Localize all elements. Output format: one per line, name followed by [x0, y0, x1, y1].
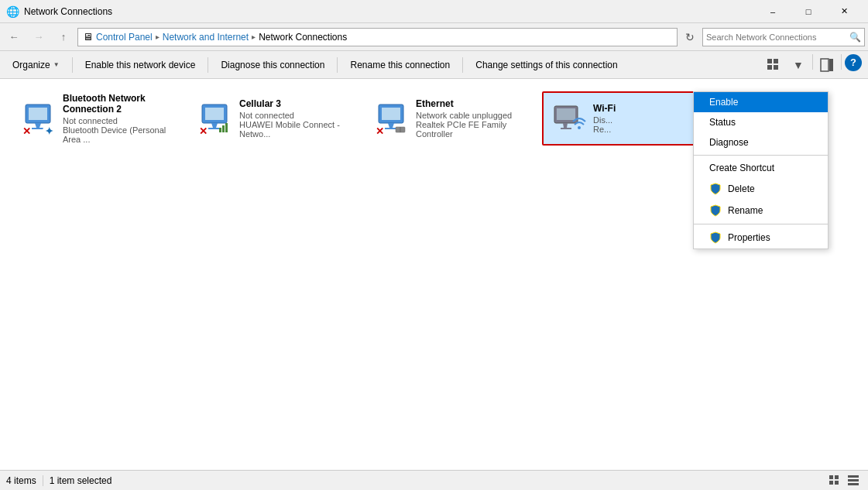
list-item[interactable]: Wi-Fi Dis... Re... — [542, 91, 712, 146]
item-count: 4 items — [6, 475, 36, 486]
context-menu-properties[interactable]: Properties — [694, 227, 828, 248]
folder-icon: 🖥 — [83, 31, 93, 43]
list-item[interactable]: ✕ Ethernet Network cable unplugged Realt… — [365, 91, 536, 146]
connection-info: Ethernet Network cable unplugged Realtek… — [416, 98, 529, 139]
organize-dropdown-icon: ▼ — [53, 61, 60, 68]
bottom-view-btn-1[interactable] — [826, 472, 843, 489]
breadcrumb-control-panel[interactable]: Control Panel — [96, 32, 153, 43]
svg-rect-4 — [821, 59, 829, 71]
view-options-button[interactable] — [763, 54, 784, 76]
svg-text:✕: ✕ — [376, 125, 384, 137]
svg-rect-1 — [774, 59, 778, 63]
close-button[interactable]: ✕ — [826, 0, 862, 23]
toolbar-sep-5 — [812, 54, 813, 70]
svg-rect-5 — [829, 59, 833, 71]
context-menu-delete[interactable]: Delete — [694, 178, 828, 200]
svg-marker-25 — [388, 123, 394, 128]
list-item[interactable]: ✕ Cellular 3 Not connected HUAWEI Mobile… — [189, 91, 359, 146]
toolbar-sep-6 — [841, 54, 842, 70]
connection-status: Not connected — [239, 111, 352, 120]
connection-name: Bluetooth Network Connection 2 — [63, 93, 176, 115]
app-icon: 🌐 — [6, 5, 19, 18]
search-box[interactable]: 🔍 — [702, 28, 865, 46]
toolbar-sep-1 — [72, 57, 73, 73]
context-menu-enable[interactable]: Enable — [694, 92, 828, 112]
svg-marker-33 — [563, 123, 568, 128]
connection-info: Wi-Fi Dis... Re... — [593, 103, 705, 134]
connection-status: Network cable unplugged — [416, 111, 529, 120]
svg-rect-9 — [32, 128, 44, 129]
help-button[interactable]: ? — [845, 54, 862, 71]
selected-count: 1 item selected — [50, 475, 112, 486]
svg-marker-16 — [211, 123, 218, 128]
svg-rect-15 — [205, 108, 224, 120]
bottom-view-icons — [826, 472, 862, 489]
create-shortcut-label: Create Shortcut — [709, 163, 774, 173]
diagnose-button[interactable]: Diagnose this connection — [214, 54, 331, 76]
rename-label: Rename this connection — [350, 60, 450, 70]
wifi-icon — [550, 100, 587, 137]
breadcrumb-sep-2: ▸ — [252, 33, 256, 41]
svg-rect-26 — [385, 128, 397, 129]
svg-rect-22 — [225, 123, 228, 132]
refresh-button[interactable]: ↻ — [681, 28, 699, 46]
connection-info: Bluetooth Network Connection 2 Not conne… — [63, 93, 176, 144]
svg-rect-41 — [848, 479, 859, 481]
view-dropdown-button[interactable]: ▼ — [787, 54, 809, 76]
change-settings-button[interactable]: Change settings of this connection — [469, 54, 623, 76]
svg-text:✕: ✕ — [199, 125, 208, 137]
toolbar-sep-2 — [208, 57, 208, 73]
connection-status: Not connected — [63, 116, 176, 125]
list-item[interactable]: ✕ ✦ Bluetooth Network Connection 2 Not c… — [12, 91, 183, 146]
organize-button[interactable]: Organize ▼ — [6, 54, 66, 76]
up-button[interactable]: ↑ — [53, 26, 74, 48]
svg-rect-0 — [767, 59, 772, 63]
delete-label: Delete — [728, 183, 755, 194]
context-menu-rename[interactable]: Rename — [694, 200, 828, 221]
bottom-view-btn-2[interactable] — [845, 472, 862, 489]
properties-label: Properties — [728, 232, 770, 243]
svg-rect-32 — [557, 108, 575, 120]
svg-rect-36 — [829, 475, 833, 479]
svg-rect-20 — [219, 128, 221, 132]
rename-button[interactable]: Rename this connection — [344, 54, 456, 76]
window-title: Network Connections — [24, 6, 755, 17]
window-controls: – □ ✕ — [755, 0, 862, 23]
breadcrumb-network-connections: Network Connections — [259, 32, 347, 43]
svg-rect-37 — [835, 475, 839, 479]
enable-device-button[interactable]: Enable this network device — [79, 54, 202, 76]
connection-device: Realtek PCIe FE Family Controller — [416, 120, 529, 139]
forward-button[interactable]: → — [28, 26, 50, 48]
enable-label: Enable — [709, 97, 738, 108]
connection-device: Re... — [593, 125, 705, 134]
breadcrumb-network-internet[interactable]: Network and Internet — [163, 32, 249, 43]
context-menu-diagnose[interactable]: Diagnose — [694, 132, 828, 152]
context-menu: Enable Status Diagnose Create Shortcut D… — [693, 91, 829, 249]
preview-pane-button[interactable] — [816, 54, 838, 76]
svg-rect-34 — [561, 128, 571, 129]
minimize-button[interactable]: – — [755, 0, 791, 23]
svg-marker-8 — [35, 123, 41, 128]
shield-icon — [709, 204, 722, 217]
svg-rect-21 — [222, 125, 225, 132]
view-controls: ▼ ? — [763, 54, 862, 76]
rename-cm-label: Rename — [728, 205, 763, 216]
organize-label: Organize — [12, 60, 50, 70]
search-input[interactable] — [706, 33, 849, 42]
svg-text:✕: ✕ — [22, 125, 31, 137]
search-icon: 🔍 — [849, 32, 861, 43]
svg-text:✦: ✦ — [45, 125, 53, 137]
back-button[interactable]: ← — [3, 26, 25, 48]
context-sep-2 — [694, 224, 828, 224]
connection-info: Cellular 3 Not connected HUAWEI Mobile C… — [239, 98, 352, 139]
status-bar: 4 items 1 item selected — [0, 470, 868, 490]
breadcrumb: 🖥 Control Panel ▸ Network and Internet ▸… — [77, 28, 678, 46]
context-menu-status[interactable]: Status — [694, 112, 828, 132]
svg-rect-42 — [848, 483, 859, 485]
maximize-button[interactable]: □ — [791, 0, 826, 23]
ethernet-icon: ✕ — [372, 100, 410, 137]
svg-rect-24 — [382, 108, 400, 120]
svg-point-35 — [578, 126, 581, 129]
bluetooth-icon: ✕ ✦ — [19, 100, 57, 137]
context-menu-create-shortcut[interactable]: Create Shortcut — [694, 158, 828, 178]
